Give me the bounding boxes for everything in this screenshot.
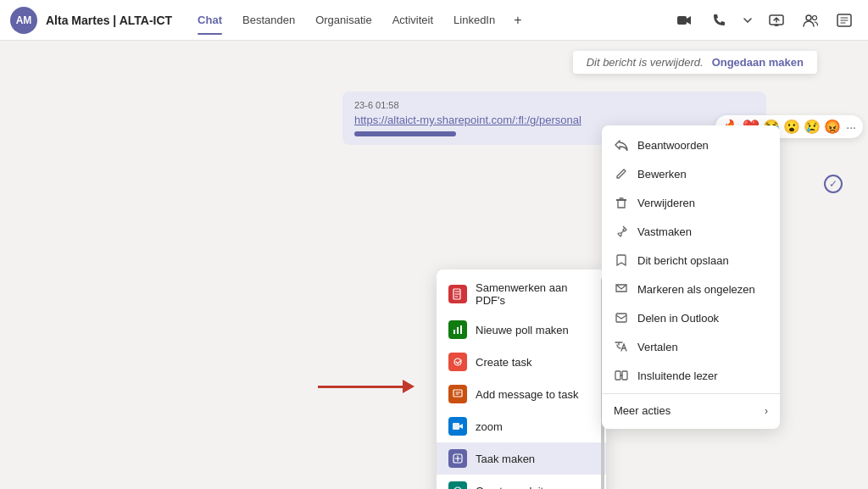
add-tab-button[interactable]: +	[507, 9, 528, 31]
message-highlight	[354, 131, 456, 136]
app-menu-item-poll[interactable]: Nieuwe poll maken	[437, 314, 606, 346]
svg-rect-17	[616, 314, 626, 322]
add-message-icon	[448, 385, 467, 403]
notification-banner: Dit bericht is verwijderd. Ongedaan make…	[573, 51, 817, 74]
action-label-vastmaken: Vastmaken	[637, 225, 692, 238]
reader-icon	[614, 368, 629, 383]
action-beantwoorden[interactable]: Beantwoorden	[602, 131, 780, 159]
meer-acties-item[interactable]: Meer acties ›	[602, 397, 780, 424]
svg-point-2	[806, 15, 811, 20]
more-emoji-button[interactable]: ···	[846, 120, 856, 134]
tab-linkedin[interactable]: LinkedIn	[445, 10, 504, 30]
action-insluitende-lezer[interactable]: Insluitende lezer	[602, 361, 780, 390]
more-call-options-button[interactable]	[739, 7, 756, 34]
reply-icon	[614, 137, 629, 153]
tab-organisatie[interactable]: Organisatie	[307, 10, 380, 30]
app-menu-label-poll: Nieuwe poll maken	[476, 324, 569, 336]
app-menu-item-create-task[interactable]: Create task	[437, 346, 606, 378]
svg-rect-16	[616, 199, 626, 201]
app-menu-item-taak-maken[interactable]: Taak maken	[437, 442, 606, 475]
chat-title: Alta Martes | ALTA-ICT	[46, 14, 172, 27]
svg-rect-10	[453, 390, 462, 397]
tab-chat[interactable]: Chat	[189, 10, 231, 30]
zoom-icon	[448, 417, 467, 436]
action-label-opslaan: Dit bericht opslaan	[637, 254, 729, 267]
message-status-icon: ✓	[824, 175, 843, 193]
nav-tabs: Chat Bestanden Organisatie Activiteit Li…	[189, 9, 528, 31]
undo-link[interactable]: Ongedaan maken	[712, 56, 804, 69]
app-menu-label-create-work-item: Create work item	[476, 485, 559, 490]
participants-button[interactable]	[797, 7, 824, 34]
action-opslaan[interactable]: Dit bericht opslaan	[602, 246, 780, 275]
avatar: AM	[10, 7, 37, 34]
arrow-indicator	[318, 380, 415, 393]
action-label-insluitende-lezer: Insluitende lezer	[637, 370, 718, 382]
screen-share-button[interactable]	[763, 7, 790, 34]
tab-activiteit[interactable]: Activiteit	[384, 10, 442, 30]
pdf-icon	[448, 285, 467, 303]
phone-button[interactable]	[705, 7, 732, 34]
action-markeren[interactable]: Markeren als ongelezen	[602, 275, 780, 303]
emoji-wow[interactable]: 😮	[783, 119, 800, 135]
tab-bestanden[interactable]: Bestanden	[234, 10, 303, 30]
app-menu-item-add-message[interactable]: Add message to task	[437, 378, 606, 410]
svg-point-3	[813, 15, 817, 19]
poll-icon	[448, 320, 467, 339]
svg-rect-7	[457, 327, 459, 334]
app-menu-label-pdf: Samenwerken aan PDF's	[476, 281, 594, 307]
actions-context-menu: Beantwoorden Bewerken Verwijderen Vastma…	[602, 125, 780, 429]
apps-context-menu: Samenwerken aan PDF's Nieuwe poll maken …	[437, 270, 606, 489]
translate-icon	[614, 339, 629, 354]
more-options-button[interactable]	[831, 7, 858, 34]
app-menu-item-pdf[interactable]: Samenwerken aan PDF's	[437, 275, 606, 314]
action-label-delen-outlook: Delen in Outlook	[637, 312, 719, 325]
action-label-bewerken: Bewerken	[637, 168, 687, 181]
top-bar-actions	[671, 7, 858, 34]
meer-acties-chevron: ›	[765, 405, 768, 417]
svg-rect-0	[677, 16, 687, 25]
action-vertalen[interactable]: Vertalen	[602, 332, 780, 361]
svg-rect-18	[615, 371, 620, 380]
meer-acties-left: Meer acties	[614, 404, 670, 417]
emoji-sad[interactable]: 😢	[804, 119, 821, 135]
create-work-item-icon	[448, 481, 467, 489]
app-menu-label-taak-maken: Taak maken	[476, 453, 535, 465]
message-time: 23-6 01:58	[354, 100, 754, 110]
svg-rect-19	[622, 371, 627, 380]
action-verwijderen[interactable]: Verwijderen	[602, 188, 780, 217]
arrow-line	[318, 386, 403, 388]
svg-rect-11	[453, 423, 459, 430]
app-menu-item-zoom[interactable]: zoom	[437, 410, 606, 442]
video-call-button[interactable]	[671, 7, 698, 34]
action-label-vertalen: Vertalen	[637, 341, 678, 353]
action-bewerken[interactable]: Bewerken	[602, 159, 780, 188]
emoji-angry[interactable]: 😡	[824, 119, 841, 135]
delete-icon	[614, 195, 629, 210]
action-label-verwijderen: Verwijderen	[637, 197, 695, 209]
svg-rect-8	[460, 325, 462, 334]
action-vastmaken[interactable]: Vastmaken	[602, 217, 780, 246]
actions-divider	[602, 393, 780, 394]
message-link[interactable]: https://altaict-my.sharepoint.com/:fl:/g…	[354, 114, 754, 126]
taak-maken-icon	[448, 449, 467, 468]
action-label-beantwoorden: Beantwoorden	[637, 139, 709, 152]
svg-rect-6	[453, 330, 455, 334]
arrow-head	[403, 380, 415, 393]
main-content: Dit bericht is verwijderd. Ongedaan make…	[0, 41, 868, 489]
app-menu-label-create-task: Create task	[476, 356, 531, 369]
top-bar: AM Alta Martes | ALTA-ICT Chat Bestanden…	[0, 0, 868, 41]
bookmark-icon	[614, 253, 629, 268]
action-label-markeren: Markeren als ongelezen	[637, 283, 755, 296]
unread-icon	[614, 281, 629, 297]
create-task-icon	[448, 353, 467, 371]
app-menu-item-create-work-item[interactable]: Create work item	[437, 475, 606, 489]
outlook-icon	[614, 310, 629, 325]
action-delen-outlook[interactable]: Delen in Outlook	[602, 303, 780, 332]
edit-icon	[614, 166, 629, 181]
meer-acties-label: Meer acties	[614, 404, 670, 417]
app-menu-label-add-message: Add message to task	[476, 388, 578, 401]
notification-text: Dit bericht is verwijderd.	[587, 56, 704, 69]
app-menu-label-zoom: zoom	[476, 420, 503, 433]
pin-icon	[614, 224, 629, 239]
